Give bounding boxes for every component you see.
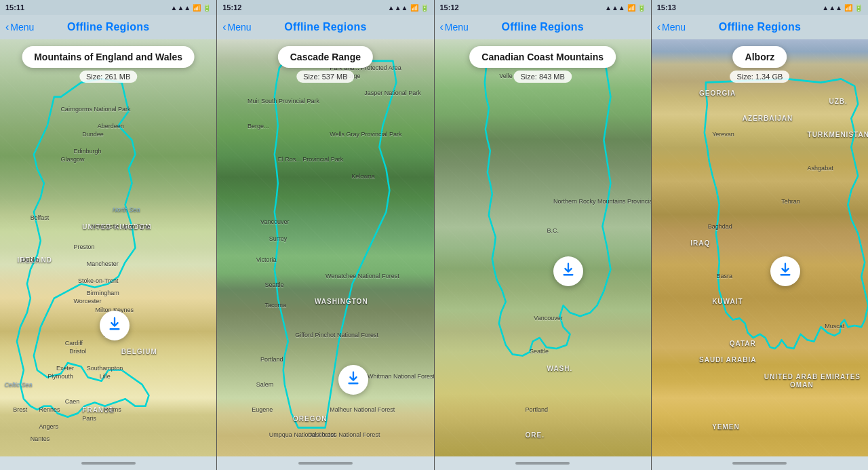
map-area-canada[interactable]: B.C.WASH.VancouverSeattlePortlandORE.Vel… (435, 39, 651, 456)
size-badge-cascade: Size: 537 MB (296, 71, 354, 83)
nav-back-canada[interactable]: ‹ Menu (440, 21, 469, 33)
nav-bar-cascade: ‹ Menu Offline Regions (217, 15, 433, 39)
status-bar-uk: 15:11 ▲▲▲ 📶 🔋 (0, 0, 216, 15)
nav-bar-canada: ‹ Menu Offline Regions (435, 15, 651, 39)
download-button-alborz[interactable] (770, 256, 800, 286)
bottom-bar-canada (435, 456, 651, 470)
nav-back-cascade[interactable]: ‹ Menu (222, 21, 251, 33)
status-icons-cascade: ▲▲▲ 📶 🔋 (388, 4, 429, 12)
battery-icon: 🔋 (854, 4, 863, 12)
home-indicator-cascade (298, 462, 353, 465)
back-chevron-uk: ‹ (5, 21, 9, 33)
bottom-bar-uk (0, 456, 216, 470)
battery-icon: 🔋 (420, 4, 429, 12)
signal-icon: ▲▲▲ (388, 4, 408, 12)
region-outline-uk (0, 39, 216, 456)
back-label-cascade[interactable]: Menu (228, 22, 252, 33)
status-icons-uk: ▲▲▲ 📶 🔋 (171, 4, 212, 12)
download-button-cascade[interactable] (338, 365, 368, 395)
region-outline-canada (435, 39, 651, 456)
back-label-canada[interactable]: Menu (445, 22, 469, 33)
battery-icon: 🔋 (637, 4, 646, 12)
nav-title-canada: Offline Regions (502, 21, 584, 33)
region-card-canada: Canadian Coast Mountains (469, 46, 616, 68)
download-icon (778, 262, 793, 280)
size-badge-alborz: Size: 1.34 GB (730, 71, 789, 83)
wifi-icon: 📶 (627, 4, 635, 12)
map-area-uk[interactable]: UNITED KINGDOMIRELANDFRANCENorth SeaCelt… (0, 39, 216, 456)
region-outline-cascade (217, 39, 433, 456)
status-bar-canada: 15:12 ▲▲▲ 📶 🔋 (435, 0, 651, 15)
back-chevron-alborz: ‹ (657, 21, 660, 33)
phone-panel-uk: 15:11 ▲▲▲ 📶 🔋 ‹ Menu Offline Regions UNI… (0, 0, 217, 470)
phone-panel-cascade: 15:12 ▲▲▲ 📶 🔋 ‹ Menu Offline Regions WAS… (217, 0, 434, 470)
region-outline-alborz (652, 39, 868, 456)
download-button-canada[interactable] (553, 256, 583, 286)
battery-icon: 🔋 (203, 4, 211, 12)
home-indicator-canada (515, 462, 570, 465)
phone-panel-canada: 15:12 ▲▲▲ 📶 🔋 ‹ Menu Offline Regions B.C… (435, 0, 652, 470)
back-label-uk[interactable]: Menu (10, 22, 34, 33)
back-label-alborz[interactable]: Menu (662, 22, 686, 33)
status-icons-canada: ▲▲▲ 📶 🔋 (605, 4, 646, 12)
signal-icon: ▲▲▲ (822, 4, 842, 12)
bottom-bar-alborz (652, 456, 868, 470)
map-area-cascade[interactable]: WASHINGTONOREGONVancouverSurreyVictoriaS… (217, 39, 433, 456)
home-indicator-alborz (732, 462, 787, 465)
region-card-alborz: Alborz (733, 46, 787, 68)
wifi-icon: 📶 (410, 4, 418, 12)
region-card-uk: Mountains of England and Wales (22, 46, 195, 68)
nav-title-alborz: Offline Regions (719, 21, 801, 33)
wifi-icon: 📶 (193, 4, 201, 12)
signal-icon: ▲▲▲ (171, 4, 191, 12)
size-badge-canada: Size: 843 MB (513, 71, 571, 83)
map-area-alborz[interactable]: GEORGIAAZERBAIJANTURKMENISTANIRAQKUWAITS… (652, 39, 868, 456)
nav-back-alborz[interactable]: ‹ Menu (657, 21, 686, 33)
home-indicator-uk (81, 462, 136, 465)
status-time-uk: 15:11 (5, 3, 24, 12)
status-icons-alborz: ▲▲▲ 📶 🔋 (822, 4, 863, 12)
nav-title-uk: Offline Regions (67, 21, 149, 33)
nav-bar-alborz: ‹ Menu Offline Regions (652, 15, 868, 39)
phone-panel-alborz: 15:13 ▲▲▲ 📶 🔋 ‹ Menu Offline Regions GEO… (652, 0, 868, 470)
nav-title-cascade: Offline Regions (284, 21, 366, 33)
status-time-cascade: 15:12 (222, 3, 241, 12)
back-chevron-canada: ‹ (440, 21, 443, 33)
download-icon (561, 262, 576, 280)
download-icon (346, 370, 361, 389)
status-bar-alborz: 15:13 ▲▲▲ 📶 🔋 (652, 0, 868, 15)
signal-icon: ▲▲▲ (605, 4, 625, 12)
wifi-icon: 📶 (844, 4, 852, 12)
download-icon (107, 316, 122, 334)
status-time-alborz: 15:13 (657, 3, 676, 12)
region-card-cascade: Cascade Range (278, 46, 373, 68)
status-time-canada: 15:12 (440, 3, 459, 12)
size-badge-uk: Size: 261 MB (79, 71, 137, 83)
nav-bar-uk: ‹ Menu Offline Regions (0, 15, 216, 39)
bottom-bar-cascade (217, 456, 433, 470)
back-chevron-cascade: ‹ (222, 21, 226, 33)
download-button-uk[interactable] (100, 311, 130, 340)
nav-back-uk[interactable]: ‹ Menu (5, 21, 34, 33)
status-bar-cascade: 15:12 ▲▲▲ 📶 🔋 (217, 0, 433, 15)
